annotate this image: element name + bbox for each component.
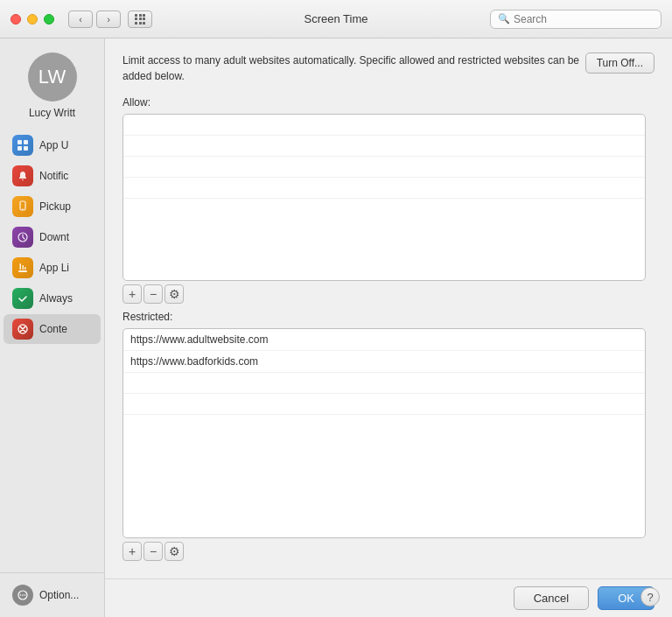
restricted-row-5 (123, 415, 645, 436)
cancel-button[interactable]: Cancel (514, 586, 589, 610)
svg-rect-5 (22, 209, 24, 210)
description-text: Limit access to many adult websites auto… (114, 53, 654, 84)
sidebar-label-app-limits: App Li (39, 262, 69, 274)
sidebar-item-options[interactable]: Option... (4, 580, 101, 610)
notifications-icon (12, 165, 33, 186)
sidebar-label-always-on: Always (39, 292, 73, 305)
minimize-button[interactable] (27, 14, 38, 25)
restricted-row-4 (123, 394, 645, 415)
title-bar: ‹ › Screen Time 🔍 (0, 0, 672, 39)
restricted-section: Restricted: https://www.adultwebsite.com… (114, 311, 654, 564)
sidebar-label-pickups: Pickup (39, 200, 71, 213)
svg-rect-1 (24, 140, 28, 144)
pickups-icon (12, 196, 33, 217)
app-limits-icon (12, 257, 33, 278)
allow-list[interactable] (122, 114, 646, 281)
allow-row-5 (123, 199, 645, 220)
svg-point-15 (24, 594, 26, 596)
restricted-toolbar: + − ⚙ (114, 538, 654, 564)
sidebar-item-always-on[interactable]: Always (4, 284, 101, 313)
turn-off-button[interactable]: Turn Off... (585, 53, 654, 74)
sidebar-label-content: Conte (39, 323, 67, 335)
svg-rect-10 (24, 267, 26, 270)
main-area: LW Lucy Writt App U (0, 39, 672, 617)
restricted-row-3 (123, 373, 645, 394)
svg-rect-0 (18, 140, 22, 144)
allow-settings-button[interactable]: ⚙ (164, 284, 184, 304)
traffic-lights (10, 14, 54, 25)
sections-container: Allow: + − ⚙ Rest (114, 96, 654, 564)
options-icon (12, 585, 33, 606)
forward-button[interactable]: › (96, 11, 121, 28)
allow-remove-button[interactable]: − (144, 284, 163, 304)
avatar: LW (28, 53, 77, 102)
restricted-settings-button[interactable]: ⚙ (164, 542, 184, 561)
svg-point-13 (20, 594, 22, 596)
zoom-button[interactable] (44, 14, 54, 25)
svg-point-14 (22, 594, 24, 596)
sidebar-item-notifications[interactable]: Notific (4, 161, 101, 191)
sidebar-label-downtime: Downt (39, 231, 69, 243)
svg-rect-7 (18, 270, 27, 272)
close-button[interactable] (10, 14, 21, 25)
allow-add-button[interactable]: + (122, 284, 142, 304)
downtime-icon (12, 227, 33, 248)
search-icon: 🔍 (498, 13, 510, 25)
allow-row-1 (123, 115, 645, 136)
content-icon (12, 319, 33, 340)
grid-icon (135, 14, 145, 25)
restricted-remove-button[interactable]: − (144, 542, 163, 561)
restricted-row-1: https://www.adultwebsite.com (123, 329, 645, 351)
restricted-row-2: https://www.badforkids.com (123, 351, 645, 373)
user-name: Lucy Writt (10, 107, 94, 119)
content-panel: Turn Off... Limit access to many adult w… (105, 39, 672, 617)
sidebar-item-app-limits[interactable]: App Li (4, 253, 101, 283)
dialog-area: Turn Off... Limit access to many adult w… (105, 39, 672, 578)
allow-row-4 (123, 178, 645, 199)
svg-rect-3 (24, 146, 28, 151)
sidebar-label-options: Option... (39, 589, 79, 601)
sidebar-user-section: LW Lucy Writt (0, 39, 104, 126)
svg-rect-9 (23, 265, 24, 270)
allow-section: Allow: + − ⚙ (114, 96, 654, 307)
search-input[interactable] (514, 13, 654, 25)
sidebar-label-notifications: Notific (39, 170, 68, 182)
sidebar-label-app-usage: App U (39, 139, 68, 151)
sidebar-item-content[interactable]: Conte (4, 314, 101, 344)
dialog-footer: Cancel OK (105, 578, 672, 617)
sidebar: LW Lucy Writt App U (0, 39, 105, 617)
sidebar-item-downtime[interactable]: Downt (4, 222, 101, 252)
allow-row-2 (123, 136, 645, 157)
nav-buttons: ‹ › (68, 11, 152, 28)
back-button[interactable]: ‹ (68, 11, 93, 28)
allow-toolbar: + − ⚙ (114, 281, 654, 307)
app-usage-icon (12, 135, 33, 156)
help-button[interactable]: ? (640, 587, 660, 606)
grid-button[interactable] (128, 11, 152, 28)
search-bar[interactable]: 🔍 (490, 10, 662, 29)
svg-rect-2 (18, 146, 22, 151)
allow-row-3 (123, 157, 645, 178)
window-title: Screen Time (304, 12, 368, 25)
sidebar-items: App U Notific Pickup (0, 126, 104, 572)
sidebar-item-pickups[interactable]: Pickup (4, 192, 101, 221)
always-on-icon (12, 288, 33, 309)
allow-label: Allow: (114, 96, 654, 109)
restricted-label: Restricted: (114, 311, 654, 323)
restricted-add-button[interactable]: + (122, 542, 142, 561)
svg-rect-8 (20, 263, 22, 270)
sidebar-item-app-usage[interactable]: App U (4, 130, 101, 160)
sidebar-bottom: Option... (0, 572, 104, 617)
restricted-list[interactable]: https://www.adultwebsite.com https://www… (122, 328, 646, 538)
